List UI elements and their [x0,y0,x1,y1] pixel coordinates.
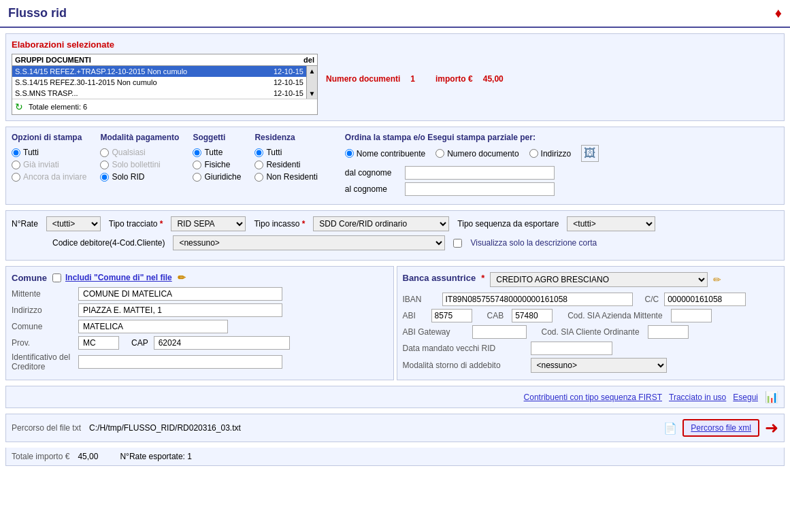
banca-block-title: Banca assuntrice * [403,273,485,283]
cod-sia-mittente-input[interactable] [671,309,712,322]
radio-tutte-input[interactable] [193,148,201,157]
ordina-block: Ordina la stampa e/o Esegui stampa parzi… [345,133,778,199]
rate-esportate: N°Rate esportate: 1 [120,452,192,461]
radio-ancora-label: Ancora da inviare [23,172,86,182]
n-rate-select[interactable]: <tutti> [46,216,101,231]
radio-res-tutti[interactable]: Tutti [254,148,317,157]
scrollbar[interactable]: ▲ ▼ [306,66,317,99]
n-rate-label: N°Rate [12,219,38,229]
footer-links-bar: Contribuenti con tipo sequenza FIRST Tra… [5,386,785,408]
contribuenti-link[interactable]: Contribuenti con tipo sequenza FIRST [524,393,662,402]
radio-non-residenti[interactable]: Non Residenti [254,172,317,182]
radio-res-tutti-input[interactable] [254,148,263,157]
item-del: 12-10-15 [249,78,303,86]
tipo-tracciato-select[interactable]: RID SEPA [171,216,246,231]
radio-non-residenti-input[interactable] [254,173,263,182]
radio-rid-input[interactable] [100,173,109,182]
residenza-label: Residenza [254,133,317,142]
radio-bollettini-input[interactable] [100,161,109,169]
banca-select[interactable]: CREDITO AGRO BRESCIANO [490,272,708,287]
esegui-link[interactable]: Esegui [733,393,758,402]
radio-numero-documento[interactable]: Numero documento [435,149,519,159]
cod-sia-cliente-input[interactable] [648,325,689,339]
mittente-input[interactable] [78,287,282,301]
comune-input[interactable] [78,320,228,333]
pencil-icon-banca[interactable]: ✏ [713,274,721,285]
abi-gateway-input[interactable] [472,325,527,339]
list-item[interactable]: S.S.14/15 REFEZ.+TRASP.12-10-2015 Non cu… [12,66,306,77]
xml-button-area: 📄 Percorso file xml ➜ [663,418,778,437]
doc-list-content: S.S.14/15 REFEZ.+TRASP.12-10-2015 Non cu… [12,66,306,99]
radio-non-residenti-label: Non Residenti [266,172,317,182]
radio-tutte[interactable]: Tutte [193,148,241,157]
radio-indirizzo-input[interactable] [529,149,538,158]
radio-fisiche[interactable]: Fisiche [193,160,241,169]
tipo-incasso-select[interactable]: SDD Core/RID ordinario [313,216,449,231]
include-comune-check[interactable]: Includi "Comune di" nel file [52,273,172,282]
cab-input[interactable] [512,309,553,322]
radio-fisiche-input[interactable] [193,161,201,169]
storno-select[interactable]: <nessuno> [531,358,667,373]
radio-gia-inviati[interactable]: Già inviati [12,160,86,169]
radio-qualsiasi-input[interactable] [100,148,109,157]
pencil-icon-comune[interactable]: ✏ [178,272,186,283]
abi-gateway-row: ABI Gateway Cod. SIA Cliente Ordinante [403,325,779,339]
radio-nome-input[interactable] [345,149,354,158]
include-comune-label[interactable]: Includi "Comune di" nel file [65,273,172,282]
radio-bollettini-label: Solo bollettini [112,160,160,169]
radio-ancora[interactable]: Ancora da inviare [12,172,86,182]
radio-qualsiasi[interactable]: Qualsiasi [100,148,179,157]
prov-cap-row: Prov. CAP [12,336,388,350]
codice-debitore-select[interactable]: <nessuno> [173,235,445,250]
iban-label: IBAN [403,295,437,304]
radio-residenti-input[interactable] [254,161,263,169]
refresh-icon[interactable]: ↻ [15,101,23,112]
radio-indirizzo[interactable]: Indirizzo [529,149,572,159]
visualizza-check[interactable] [453,239,462,248]
num-doc-label: Numero documenti [326,74,400,84]
data-mandato-input[interactable] [531,342,612,355]
list-item[interactable]: S.S.MNS TRASP... 12-10-15 [12,88,306,99]
radio-gia-inviati-input[interactable] [12,161,20,169]
radio-residenti[interactable]: Residenti [254,160,317,169]
tracciato-link[interactable]: Tracciato in uso [669,393,726,402]
radio-nome-label: Nome contribuente [357,149,425,159]
radio-tutti[interactable]: Tutti [12,148,86,157]
dal-cognome-input[interactable] [405,166,555,180]
radio-nome-contribuente[interactable]: Nome contribuente [345,149,425,159]
include-comune-input[interactable] [52,273,61,282]
prov-input[interactable] [78,336,119,350]
cod-sia-cliente-label: Cod. SIA Cliente Ordinante [542,327,640,337]
tipo-sequenza-label: Tipo sequenza da esportare [457,219,559,229]
cab-label: CAB [487,311,504,320]
footer-links: Contribuenti con tipo sequenza FIRST Tra… [524,390,778,403]
item-gruppo: S.S.14/15 REFEZ.+TRASP.12-10-2015 Non cu… [15,67,249,76]
radio-ancora-input[interactable] [12,173,20,182]
soggetti-label: Soggetti [193,133,241,142]
comune-banca-section: Comune Includi "Comune di" nel file ✏ Mi… [5,266,785,380]
tipo-sequenza-select[interactable]: <tutti> [567,216,655,231]
radio-giuridiche[interactable]: Giuridiche [193,172,241,182]
abi-input[interactable] [431,309,472,322]
radio-qualsiasi-label: Qualsiasi [112,148,145,157]
list-item[interactable]: S.S.14/15 REFEZ.30-11-2015 Non cumulo 12… [12,77,306,88]
radio-residenti-label: Residenti [266,160,300,169]
radio-solo-bollettini[interactable]: Solo bollettini [100,160,179,169]
radio-tutti-input[interactable] [12,148,20,157]
radio-num-doc-input[interactable] [435,149,444,158]
indirizzo-input[interactable] [78,303,282,317]
al-cognome-input[interactable] [405,182,555,196]
percorso-xml-button[interactable]: Percorso file xml [682,419,759,437]
rate-esportate-label: N°Rate esportate: [120,452,185,461]
comune-row: Comune [12,320,388,333]
radio-solo-rid[interactable]: Solo RID [100,172,179,182]
cc-input[interactable] [664,293,746,306]
cap-input[interactable] [154,336,290,350]
identificativo-input[interactable] [78,355,282,369]
maple-leaf-icon: ♦ [775,5,782,21]
excel-icon[interactable]: 📊 [765,390,778,403]
banca-label: Banca assuntrice [403,273,476,283]
iban-input[interactable] [442,293,633,306]
radio-giuridiche-input[interactable] [193,173,201,182]
rate-row-2: Codice debitore(4-Cod.Cliente) <nessuno>… [12,235,778,250]
